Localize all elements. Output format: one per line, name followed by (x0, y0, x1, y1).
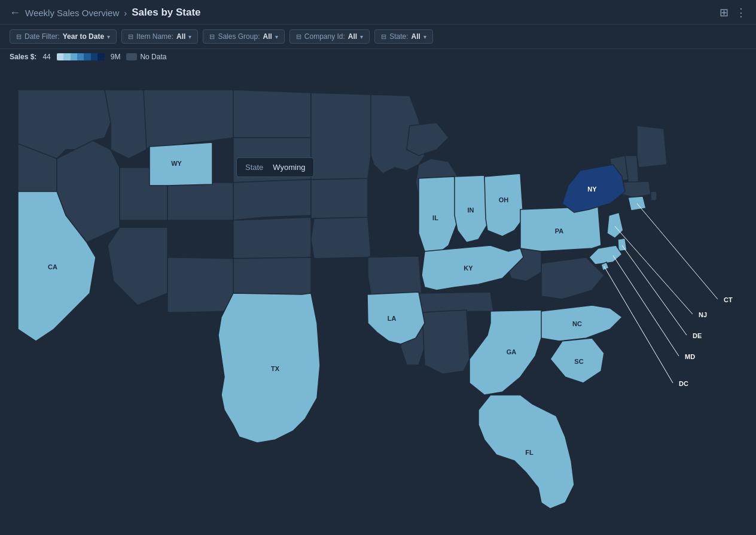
grid-view-icon[interactable]: ⊞ (720, 6, 728, 19)
breadcrumb: ← Weekly Sales Overview › Sales by State (10, 7, 201, 19)
legend-min: 44 (42, 53, 50, 61)
date-filter[interactable]: ⊟ Date Filter: Year to Date ▾ (10, 29, 117, 44)
state-NM[interactable] (167, 257, 233, 312)
company-id-filter[interactable]: ⊟ Company Id: All ▾ (289, 29, 370, 44)
legend-color-bar (57, 53, 105, 60)
sales-group-filter[interactable]: ⊟ Sales Group: All ▾ (203, 29, 284, 44)
state-CO[interactable] (167, 183, 233, 220)
page-title: Sales by State (132, 7, 200, 19)
more-options-icon[interactable]: ⋮ (736, 6, 746, 19)
parent-link[interactable]: Weekly Sales Overview (25, 8, 119, 18)
state-NE[interactable] (233, 180, 311, 220)
state-TN[interactable] (419, 292, 493, 312)
state-MN[interactable] (311, 93, 374, 180)
filter-bar: ⊟ Date Filter: Year to Date ▾ ⊟ Item Nam… (0, 25, 756, 49)
state-ND[interactable] (233, 90, 311, 138)
state-WY[interactable] (150, 142, 212, 186)
us-map-svg: CA WY TX LA IL IN OH KY PA NC SC GA FL N… (0, 65, 756, 534)
legend-nodata: No Data (126, 53, 166, 61)
state-AR[interactable] (368, 256, 422, 294)
label-MD: MD (685, 353, 695, 360)
state-OH[interactable] (484, 174, 523, 236)
header-actions: ⊞ ⋮ (720, 6, 746, 19)
label-NJ: NJ (699, 311, 707, 318)
state-AL[interactable] (422, 310, 470, 374)
label-CT: CT (724, 296, 733, 303)
back-button[interactable]: ← (10, 7, 20, 19)
state-SD[interactable] (233, 138, 311, 183)
page-header: ← Weekly Sales Overview › Sales by State… (0, 0, 756, 25)
state-OK[interactable] (233, 257, 311, 294)
legend-label: Sales $: (10, 53, 36, 61)
legend-nodata-label: No Data (140, 53, 166, 61)
state-PA[interactable] (520, 206, 601, 251)
legend-nodata-box (126, 53, 137, 60)
legend-max: 9M (111, 53, 121, 61)
state-MO[interactable] (311, 217, 371, 259)
state-IA[interactable] (311, 178, 368, 218)
state-ID[interactable] (105, 90, 150, 159)
breadcrumb-separator: › (124, 8, 127, 18)
state-IN[interactable] (455, 175, 487, 242)
legend: Sales $: 44 9M No Data (0, 49, 756, 65)
state-KS[interactable] (233, 217, 311, 259)
item-name-filter[interactable]: ⊟ Item Name: All ▾ (121, 29, 198, 44)
label-DE: DE (693, 332, 702, 339)
label-DC: DC (679, 380, 688, 387)
state-filter[interactable]: ⊟ State: All ▾ (374, 29, 433, 44)
state-ME[interactable] (637, 126, 667, 168)
map-container[interactable]: State Wyoming (0, 65, 756, 534)
state-RI[interactable] (651, 191, 657, 200)
